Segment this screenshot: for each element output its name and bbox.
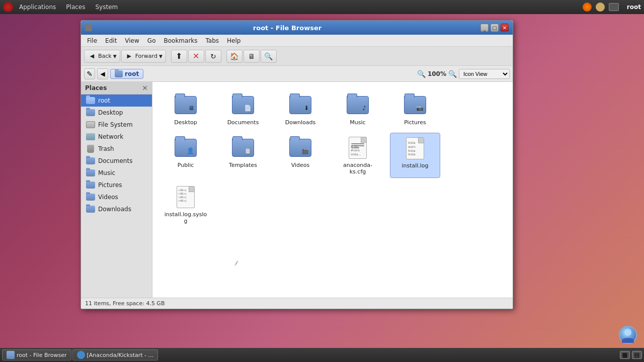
- computer-icon: 🖥: [247, 52, 256, 61]
- downloads-file-label: Downloads: [285, 119, 315, 126]
- sidebar-network-label: Network: [98, 133, 123, 140]
- nav-prev-button[interactable]: ◀: [97, 68, 108, 79]
- zoom-value: 100%: [428, 70, 446, 77]
- music-folder-icon: [86, 169, 95, 177]
- pictures-emblem-icon: 📷: [416, 105, 424, 112]
- filesystem-drive-icon: [86, 121, 95, 129]
- minimize-button[interactable]: _: [480, 24, 489, 32]
- public-emblem-icon: 👤: [187, 147, 194, 154]
- sidebar-item-trash[interactable]: Trash: [81, 143, 152, 155]
- username-label: root: [627, 4, 641, 11]
- file-item-install-log-syslog[interactable]: <86>J<86>J<86>J<86>J install.log.syslog: [160, 182, 211, 227]
- menu-edit[interactable]: Edit: [101, 36, 121, 45]
- file-browser-taskbar-label: root - File Browser: [17, 352, 67, 358]
- sidebar-item-documents[interactable]: Documents: [81, 155, 152, 167]
- menu-file[interactable]: File: [83, 36, 101, 45]
- desktop-emblem-icon: 🖥: [188, 105, 194, 112]
- files-area: 🖥 Desktop 📄 Documents: [152, 82, 513, 298]
- firefox-icon[interactable]: [583, 3, 592, 12]
- places-menu[interactable]: Places: [62, 3, 89, 12]
- file-item-public[interactable]: 👤 Public: [160, 133, 211, 178]
- zoom-controls: 🔍 100% 🔍 Icon View List View Compact Vie…: [417, 69, 510, 79]
- up-icon: ⬆: [175, 52, 184, 61]
- sidebar-header[interactable]: Places ✕: [81, 82, 152, 95]
- back-label: Back: [98, 53, 112, 59]
- forward-icon: ▶: [125, 52, 134, 61]
- desktop-file-label: Desktop: [174, 119, 197, 126]
- music-emblem-icon: ♪: [362, 105, 366, 112]
- current-path-button[interactable]: root: [110, 69, 143, 79]
- sidebar-filesystem-label: File System: [98, 121, 133, 128]
- root-folder-icon: [86, 97, 95, 105]
- forward-button[interactable]: ▶ Forward ▼: [121, 50, 166, 63]
- home-button[interactable]: 🏠: [226, 50, 243, 63]
- layout-btn-2[interactable]: ▤: [632, 351, 642, 359]
- sidebar-item-network[interactable]: Network: [81, 131, 152, 143]
- sidebar-close-button[interactable]: ✕: [142, 84, 148, 92]
- reload-button[interactable]: ↻: [205, 50, 221, 63]
- file-item-pictures[interactable]: 📷 Pictures: [390, 90, 440, 129]
- applications-menu[interactable]: Applications: [15, 3, 60, 12]
- file-item-downloads[interactable]: ⬇ Downloads: [275, 90, 326, 129]
- install-log-syslog-file-label: install.log.syslog: [163, 211, 208, 224]
- file-item-videos[interactable]: 🎬 Videos: [275, 133, 326, 178]
- file-item-documents[interactable]: 📄 Documents: [218, 90, 268, 129]
- menu-bookmarks[interactable]: Bookmarks: [159, 36, 201, 45]
- sidebar-item-pictures[interactable]: Pictures: [81, 179, 152, 191]
- file-item-templates[interactable]: 📋 Templates: [218, 133, 268, 178]
- file-item-desktop[interactable]: 🖥 Desktop: [160, 90, 211, 129]
- pin-icon: [85, 24, 92, 31]
- maximize-button[interactable]: □: [491, 24, 499, 32]
- sidebar-item-filesystem[interactable]: File System: [81, 119, 152, 131]
- music-file-label: Music: [350, 119, 365, 126]
- templates-file-label: Templates: [229, 162, 257, 168]
- layout-btn-1[interactable]: ▦: [620, 351, 630, 359]
- menu-go[interactable]: Go: [143, 36, 160, 45]
- documents-folder-file-icon: 📄: [231, 93, 255, 117]
- taskbar-file-browser[interactable]: root - File Browser: [2, 349, 71, 360]
- sidebar-root-label: root: [98, 97, 110, 104]
- taskbar-top: Applications Places System root: [0, 0, 644, 14]
- window-title: root - File Browser: [96, 24, 478, 32]
- system-menu[interactable]: System: [91, 3, 122, 12]
- menu-view[interactable]: View: [121, 36, 143, 45]
- documents-emblem-icon: 📄: [244, 105, 252, 112]
- menu-tabs[interactable]: Tabs: [202, 36, 223, 45]
- pictures-folder-file-icon: 📷: [403, 93, 427, 117]
- pictures-file-label: Pictures: [404, 119, 426, 126]
- places-label: Places: [85, 84, 107, 92]
- sidebar-item-root[interactable]: root: [81, 95, 152, 107]
- videos-folder-file-icon: 🎬: [288, 136, 312, 160]
- sidebar-item-videos[interactable]: Videos: [81, 191, 152, 203]
- computer-button[interactable]: 🖥: [244, 50, 260, 63]
- public-folder-file-icon: 👤: [174, 136, 198, 160]
- forward-label: Forward: [135, 53, 157, 59]
- file-browser-taskbar-icon: [7, 351, 15, 359]
- menu-help[interactable]: Help: [223, 36, 245, 45]
- sidebar-trash-label: Trash: [98, 145, 114, 152]
- window-icon: [609, 3, 619, 11]
- stop-button[interactable]: ✕: [188, 50, 204, 63]
- file-item-music[interactable]: ♪ Music: [333, 90, 383, 129]
- back-button[interactable]: ◀ Back ▼: [84, 50, 120, 63]
- sidebar-item-desktop[interactable]: Desktop: [81, 107, 152, 119]
- close-button[interactable]: ✕: [501, 24, 509, 32]
- titlebar: root - File Browser _ □ ✕: [81, 21, 513, 35]
- toggle-edit-button[interactable]: ✎: [84, 68, 95, 79]
- zoom-out-button[interactable]: 🔍: [417, 70, 426, 78]
- file-item-anaconda-ks[interactable]: # Kic#versinsta... anaconda-ks.cfg: [333, 133, 383, 178]
- sidebar-desktop-label: Desktop: [98, 109, 123, 116]
- templates-emblem-icon: 📋: [244, 147, 252, 154]
- search-button[interactable]: 🔍: [261, 50, 277, 63]
- settings-icon[interactable]: [596, 3, 605, 12]
- sidebar-item-music[interactable]: Music: [81, 167, 152, 179]
- anaconda-taskbar-label: [Anaconda/Kickstart - ...: [87, 352, 153, 358]
- zoom-in-button[interactable]: 🔍: [448, 70, 457, 78]
- search-icon: 🔍: [264, 52, 273, 61]
- up-button[interactable]: ⬆: [171, 50, 187, 63]
- view-mode-select[interactable]: Icon View List View Compact View: [459, 69, 510, 79]
- file-item-install-log[interactable]: InstawarnInstaInsta install.log: [390, 133, 440, 178]
- sidebar-item-downloads[interactable]: Downloads: [81, 203, 152, 215]
- taskbar-anaconda[interactable]: [Anaconda/Kickstart - ...: [72, 349, 158, 360]
- downloads-folder-file-icon: ⬇: [288, 93, 312, 117]
